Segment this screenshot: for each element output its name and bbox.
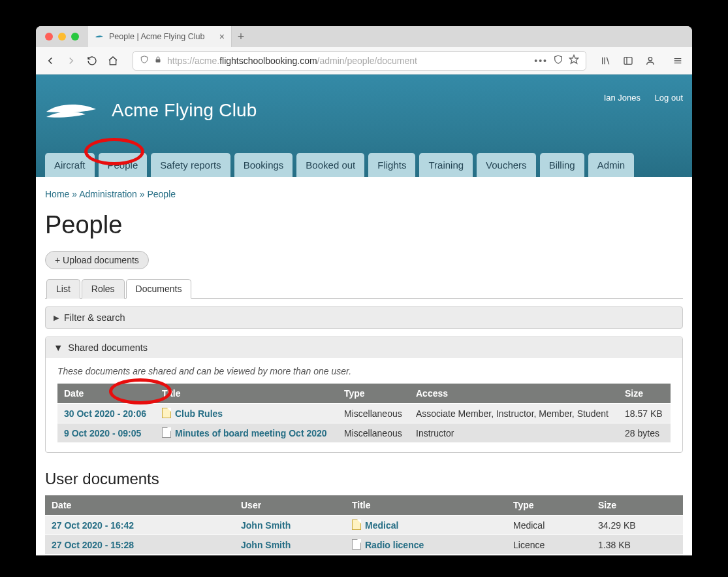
- col-type: Type: [507, 495, 592, 515]
- user-documents-table: Date User Title Type Size 27 Oct 2020 - …: [45, 495, 683, 555]
- crumb-people[interactable]: People: [147, 189, 176, 199]
- col-size: Size: [592, 495, 683, 515]
- club-name: Acme Flying Club: [112, 100, 257, 121]
- row-title-link[interactable]: Club Rules: [175, 408, 223, 419]
- shared-heading: Shared documents: [68, 342, 148, 353]
- table-row: 9 Oct 2020 - 09:05 Minutes of board meet…: [57, 423, 671, 442]
- row-date-link[interactable]: 9 Oct 2020 - 09:05: [64, 428, 141, 438]
- col-date: Date: [45, 495, 234, 515]
- subtab-roles[interactable]: Roles: [82, 279, 125, 299]
- chevron-down-icon: ▼: [54, 342, 63, 353]
- row-size: 1.38 KB: [592, 535, 683, 554]
- reload-button[interactable]: [86, 54, 99, 67]
- nav-booked-out[interactable]: Booked out: [296, 153, 364, 177]
- shared-note: These documents are shared and can be vi…: [46, 358, 682, 383]
- row-access: Associate Member, Instructor, Member, St…: [409, 404, 618, 423]
- user-nav: Ian Jones Log out: [592, 93, 683, 103]
- row-user-link[interactable]: John Smith: [241, 520, 291, 531]
- svg-rect-5: [624, 57, 632, 64]
- svg-line-4: [607, 57, 609, 64]
- crumb-home[interactable]: Home: [45, 189, 69, 199]
- upload-documents-button[interactable]: + Upload documents: [45, 251, 149, 269]
- shared-documents-section: ▼ Shared documents These documents are s…: [45, 337, 683, 453]
- zoom-window-icon[interactable]: [71, 33, 79, 41]
- nav-people[interactable]: People: [99, 153, 148, 177]
- subtab-documents[interactable]: Documents: [126, 279, 192, 299]
- row-title-link[interactable]: Radio licence: [365, 540, 424, 550]
- readerview-icon[interactable]: [553, 54, 563, 67]
- bookmark-icon[interactable]: [569, 54, 579, 67]
- favicon-icon: [95, 32, 104, 41]
- forward-button[interactable]: [65, 54, 78, 67]
- row-size: 18.57 KB: [618, 404, 671, 423]
- logo-icon: [45, 99, 97, 122]
- row-title-link[interactable]: Medical: [365, 520, 398, 531]
- row-type: Miscellaneous: [338, 404, 409, 423]
- nav-aircraft[interactable]: Aircraft: [45, 153, 95, 177]
- col-title: Title: [345, 495, 507, 515]
- lock-icon: [154, 55, 162, 66]
- home-button[interactable]: [106, 54, 119, 67]
- logout-link[interactable]: Log out: [655, 93, 683, 103]
- page-viewport: Acme Flying Club Ian Jones Log out Aircr…: [36, 74, 692, 555]
- account-icon[interactable]: [644, 54, 657, 67]
- sidebar-icon[interactable]: [622, 54, 635, 67]
- chevron-right-icon: ▶: [54, 314, 59, 322]
- table-row: 27 Oct 2020 - 15:28 John Smith Radio lic…: [45, 535, 683, 554]
- subtab-list[interactable]: List: [46, 279, 80, 299]
- page-content: Home » Administration » People People + …: [36, 177, 692, 555]
- crumb-admin[interactable]: Administration: [79, 189, 137, 199]
- col-title: Title: [155, 384, 338, 403]
- nav-training[interactable]: Training: [419, 153, 473, 177]
- row-date-link[interactable]: 27 Oct 2020 - 16:42: [52, 520, 134, 531]
- url-text: https://acme.flightschoolbooking.com/adm…: [167, 56, 529, 66]
- browser-window: People | Acme Flying Club × + https://ac…: [36, 26, 692, 555]
- document-icon: [162, 427, 171, 438]
- nav-bookings[interactable]: Bookings: [234, 153, 293, 177]
- svg-marker-1: [569, 55, 578, 63]
- nav-flights[interactable]: Flights: [368, 153, 415, 177]
- row-type: Miscellaneous: [338, 423, 409, 442]
- site-header: Acme Flying Club Ian Jones Log out Aircr…: [36, 74, 692, 177]
- row-size: 28 bytes: [618, 423, 671, 442]
- row-title-link[interactable]: Minutes of board meeting Oct 2020: [175, 428, 327, 438]
- filter-label: Filter & search: [64, 312, 125, 323]
- shield-icon: [140, 55, 149, 66]
- subtabs: List Roles Documents: [45, 278, 683, 299]
- page-title: People: [45, 211, 683, 239]
- nav-admin[interactable]: Admin: [588, 153, 635, 177]
- close-tab-icon[interactable]: ×: [219, 31, 225, 42]
- new-tab-button[interactable]: +: [232, 30, 250, 44]
- browser-toolbar: https://acme.flightschoolbooking.com/adm…: [36, 47, 692, 74]
- row-user-link[interactable]: John Smith: [241, 540, 291, 550]
- table-row: 30 Oct 2020 - 20:06 Club Rules Miscellan…: [57, 404, 671, 423]
- nav-vouchers[interactable]: Vouchers: [477, 153, 536, 177]
- back-button[interactable]: [44, 54, 57, 67]
- table-row: 27 Oct 2020 - 16:42 John Smith Medical M…: [45, 516, 683, 535]
- document-icon: [162, 408, 171, 418]
- window-controls: [36, 33, 88, 41]
- browser-tab[interactable]: People | Acme Flying Club ×: [88, 26, 232, 47]
- row-type: Licence: [507, 555, 592, 555]
- svg-point-7: [648, 57, 652, 60]
- shared-documents-header[interactable]: ▼ Shared documents: [46, 337, 682, 358]
- nav-billing[interactable]: Billing: [540, 153, 584, 177]
- library-icon[interactable]: [599, 54, 612, 67]
- primary-nav: Aircraft People Safety reports Bookings …: [45, 133, 683, 177]
- nav-safety-reports[interactable]: Safety reports: [151, 153, 230, 177]
- table-row: 27 Oct 2020 - 15:27 John Smith Pilots li…: [45, 555, 683, 555]
- filter-search-panel[interactable]: ▶ Filter & search: [45, 306, 683, 329]
- user-link[interactable]: Ian Jones: [604, 93, 641, 103]
- svg-rect-0: [156, 59, 161, 63]
- tab-strip: People | Acme Flying Club × +: [36, 26, 692, 47]
- col-type: Type: [338, 384, 409, 403]
- more-icon[interactable]: •••: [534, 56, 548, 66]
- menu-icon[interactable]: [671, 54, 684, 67]
- url-bar[interactable]: https://acme.flightschoolbooking.com/adm…: [133, 51, 586, 71]
- row-date-link[interactable]: 27 Oct 2020 - 15:28: [52, 540, 134, 550]
- close-window-icon[interactable]: [45, 33, 53, 41]
- row-size: 34.29 KB: [592, 516, 683, 535]
- minimize-window-icon[interactable]: [58, 33, 66, 41]
- toolbar-right: [599, 54, 684, 67]
- row-date-link[interactable]: 30 Oct 2020 - 20:06: [64, 408, 146, 419]
